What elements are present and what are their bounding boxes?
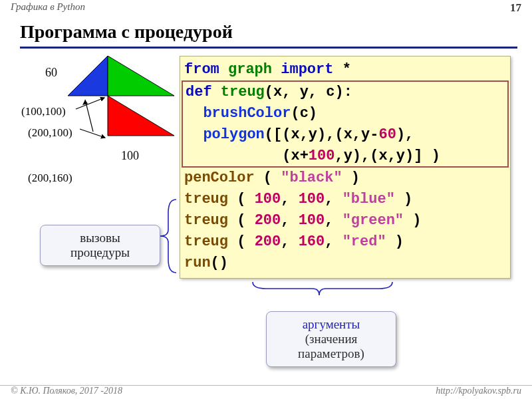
paren: ( <box>228 212 255 229</box>
fn-run: run <box>184 255 211 271</box>
callout-arguments: аргументы (значения параметров) <box>266 311 396 367</box>
course-title: Графика в Python <box>11 1 85 16</box>
coord-200-100: (200,100) <box>28 126 72 140</box>
paren: ) <box>342 170 360 186</box>
kw-def: def <box>186 84 212 100</box>
label-60: 60 <box>45 66 57 80</box>
label-100: 100 <box>121 149 139 163</box>
svg-marker-0 <box>68 56 108 96</box>
kw-import: import <box>281 61 333 78</box>
arg: 160 <box>299 233 325 250</box>
paren: () <box>211 255 228 271</box>
def-highlight-box: def treug(x, y, c): brushColor(c) polygo… <box>182 80 509 168</box>
paren: ( <box>228 191 255 207</box>
svg-marker-1 <box>108 56 174 96</box>
kw-from: from <box>184 61 219 78</box>
fn-polygon: polygon <box>203 126 264 143</box>
page-number: 17 <box>510 1 521 16</box>
call-treug-2: treug <box>184 212 228 229</box>
arg: 100 <box>299 191 325 207</box>
comma: , <box>281 212 298 229</box>
svg-marker-2 <box>108 96 174 136</box>
num-60: 60 <box>378 126 396 143</box>
footer-bar: © К.Ю. Поляков, 2017 -2018 http://kpolya… <box>0 385 532 396</box>
def-params: (x, y, c): <box>265 84 352 100</box>
poly-d: ,y),(x,y)] ) <box>334 148 440 164</box>
comma: , <box>281 191 298 207</box>
poly-b: ), <box>396 126 414 143</box>
coord-200-160: (200,160) <box>28 172 72 185</box>
arg: "red" <box>342 233 386 250</box>
callout-procedure-calls: вызовы процедуры <box>40 225 160 266</box>
call-treug-3: treug <box>184 233 228 250</box>
num-100: 100 <box>309 148 335 164</box>
star: * <box>342 61 351 78</box>
comma: , <box>325 233 342 250</box>
callout-line: (значения <box>275 332 388 346</box>
svg-line-3 <box>76 98 104 109</box>
paren: ) <box>395 191 412 207</box>
arg: 100 <box>255 191 281 207</box>
comma: , <box>281 233 298 250</box>
title-underline <box>20 47 517 49</box>
paren: ( <box>228 233 255 250</box>
coord-100-100: (100,100) <box>21 105 66 118</box>
indent <box>186 148 282 164</box>
fn-brushcolor: brushColor <box>203 105 291 122</box>
callout-line: вызовы <box>49 231 152 245</box>
fn-pencolor: penColor <box>184 170 255 186</box>
slide-title: Программа с процедурой <box>20 21 233 43</box>
paren: ( <box>255 170 281 186</box>
poly-c: (x+ <box>282 148 309 164</box>
triangle-illustration: 60 100 (100,100) (200,100) (200,160) <box>21 56 174 189</box>
comma: , <box>325 191 342 207</box>
comma: , <box>325 212 342 229</box>
header-bar: Графика в Python 17 <box>0 0 532 16</box>
copyright: © К.Ю. Поляков, 2017 -2018 <box>11 386 122 396</box>
footer-url: http://kpolyakov.spb.ru <box>436 386 521 396</box>
paren: ) <box>404 212 421 229</box>
callout-line: параметров) <box>275 346 388 361</box>
call-treug-1: treug <box>184 191 228 207</box>
def-name: treug <box>221 84 265 100</box>
arg: "green" <box>342 212 404 229</box>
indent <box>186 105 203 122</box>
code-listing: from graph import * def treug(x, y, c): … <box>180 56 511 279</box>
callout-line: аргументы <box>275 317 388 332</box>
arg: 200 <box>255 212 281 229</box>
str-black: "black" <box>281 170 342 186</box>
arg: 100 <box>299 212 325 229</box>
arg: 200 <box>255 233 281 250</box>
paren: ) <box>386 233 404 250</box>
svg-line-4 <box>80 129 105 138</box>
poly-a: ([(x,y),(x,y- <box>265 126 379 143</box>
indent <box>186 126 203 143</box>
mod-graph: graph <box>228 61 272 78</box>
triangle-svg <box>68 56 174 149</box>
arg-c: (c) <box>291 105 317 122</box>
callout-line: процедуры <box>49 245 152 260</box>
arg: "blue" <box>342 191 395 207</box>
